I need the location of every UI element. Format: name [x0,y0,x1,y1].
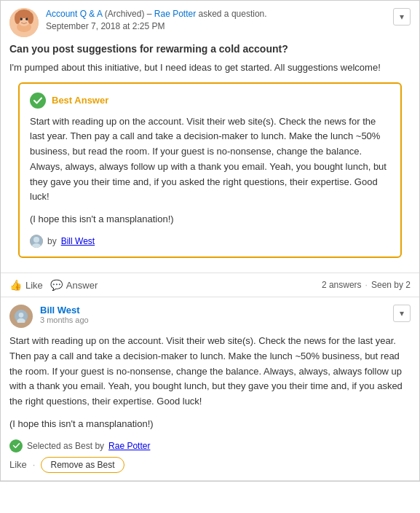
best-answer-author-link[interactable]: Bill West [61,236,95,246]
dash: – [147,9,152,19]
like-icon: 👍 [9,279,22,291]
answer-item: Bill West 3 months ago ▾ Start with read… [1,297,419,481]
by-label: by [47,236,57,246]
answer-actions-dot: · [33,459,36,470]
answer-meta: Bill West 3 months ago [40,305,386,324]
post-container: Account Q & A (Archived) – Rae Potter as… [0,0,420,482]
svg-point-6 [15,12,20,24]
question-title: Can you post suggestions for rewarming a… [9,43,411,55]
answer-like-link[interactable]: Like [9,459,27,470]
seen-label: Seen by 2 [371,280,411,290]
post-timestamp: September 7, 2018 at 2:25 PM [46,20,386,33]
remove-best-button[interactable]: Remove as Best [41,457,124,473]
answer-actions: Like · Remove as Best [9,457,411,473]
best-answer-box: Best Answer Start with reading up on the… [18,82,402,259]
selected-best-label: Selected as Best by Rae Potter [9,439,411,453]
best-answer-text-1: Start with reading up on the account. Vi… [30,114,390,205]
post-author-avatar [9,8,39,37]
answers-count: 2 answers [322,280,362,290]
account-link[interactable]: Account Q & A [46,9,102,19]
best-answer-author-avatar [30,235,43,248]
post-action: asked a question. [199,9,267,19]
svg-point-12 [19,313,24,318]
post-header: Account Q & A (Archived) – Rae Potter as… [1,1,419,43]
post-body: Can you post suggestions for rewarming a… [1,43,419,273]
action-bar-right: 2 answers · Seen by 2 [322,280,411,290]
answer-button[interactable]: 💬 Answer [50,279,105,291]
best-answer-check-icon [30,93,46,109]
action-bar-dot: · [365,280,368,290]
answer-author-avatar [9,305,33,328]
answer-time: 3 months ago [40,316,386,324]
answer-body-2: (I hope this isn't a mansplanation!) [9,417,411,432]
answer-header: Bill West 3 months ago ▾ [9,305,411,328]
answer-label: Answer [66,280,98,291]
svg-point-9 [33,237,39,243]
like-label: Like [25,280,43,291]
post-author-link[interactable]: Rae Potter [154,9,196,19]
comment-icon: 💬 [50,279,63,291]
best-answer-text-2: (I hope this isn't a mansplanation!) [30,212,390,227]
question-body: I'm pumped about this initiative, but I … [9,60,411,75]
selected-best-author-link[interactable]: Rae Potter [108,441,150,451]
best-answer-header: Best Answer [30,93,390,109]
post-dropdown-button[interactable]: ▾ [393,8,411,26]
answer-author-name[interactable]: Bill West [40,305,386,316]
post-meta: Account Q & A (Archived) – Rae Potter as… [46,8,386,33]
selected-best-check-icon [9,439,23,453]
post-meta-line: Account Q & A (Archived) – Rae Potter as… [46,8,386,20]
action-bar: 👍 Like 💬 Answer 2 answers · Seen by 2 [1,273,419,297]
svg-point-7 [28,12,33,24]
selected-best-prefix: Selected as Best by [27,441,104,451]
like-button[interactable]: 👍 Like [9,279,50,291]
best-answer-label: Best Answer [52,95,108,106]
best-answer-footer: by Bill West [30,235,390,248]
archived-label: (Archived) [105,9,145,19]
answer-dropdown-button[interactable]: ▾ [393,305,411,322]
answer-body-1: Start with reading up on the account. Vi… [9,334,411,410]
